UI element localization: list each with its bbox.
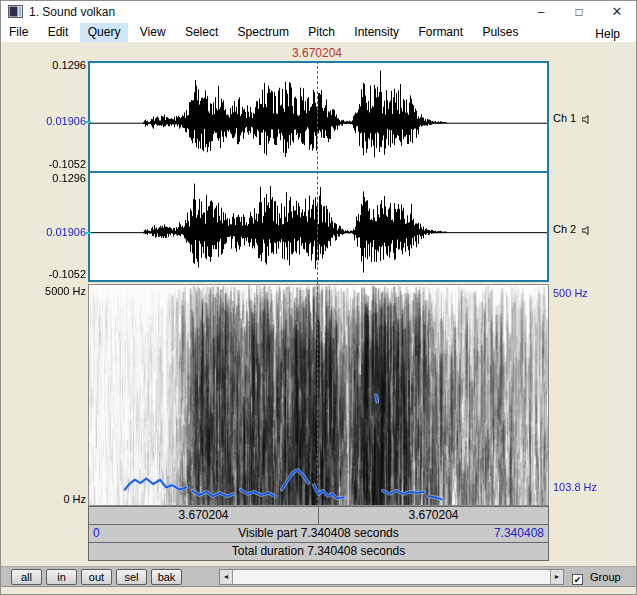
zoom-back-button[interactable]: bak xyxy=(151,569,182,585)
bottom-toolbar: all in out sel bak ◄ ► ✔ Group xyxy=(1,566,637,587)
waveform-group xyxy=(88,61,549,282)
scroll-right-icon[interactable]: ► xyxy=(550,570,563,584)
spectrogram-max-freq: 5000 Hz xyxy=(4,285,86,297)
menu-edit[interactable]: Edit xyxy=(40,23,77,42)
waveform-channel-2[interactable] xyxy=(90,173,547,280)
horizontal-scrollbar[interactable]: ◄ ► xyxy=(219,569,564,585)
speaker-icon xyxy=(582,115,591,124)
channel-2-label[interactable]: Ch 2 xyxy=(553,223,591,235)
pitch-contour xyxy=(89,285,548,505)
scrollbar-thumb[interactable] xyxy=(233,570,550,584)
selection-bar-left[interactable]: 3.670204 xyxy=(88,506,319,525)
pitch-cursor-freq: 103.8 Hz xyxy=(553,481,597,493)
cursor-time-label: 3.670204 xyxy=(277,46,357,60)
minimize-button[interactable]: – xyxy=(522,1,560,23)
ch1-amp-max: 0.1296 xyxy=(4,59,86,71)
menu-intensity[interactable]: Intensity xyxy=(346,23,407,42)
group-checkbox-container[interactable]: ✔ Group xyxy=(572,571,621,585)
menu-pulses[interactable]: Pulses xyxy=(474,23,526,42)
ch1-cursor-level-tick xyxy=(85,121,91,123)
zoom-sel-button[interactable]: sel xyxy=(116,569,147,585)
visible-end-time: 7.340408 xyxy=(494,525,544,542)
zoom-all-button[interactable]: all xyxy=(11,569,42,585)
pitch-max-freq: 500 Hz xyxy=(553,287,588,299)
channel-1-label[interactable]: Ch 1 xyxy=(553,112,591,124)
ch2-amp-cursor: 0.01906 xyxy=(4,226,86,238)
channel-1-text: Ch 1 xyxy=(553,112,576,124)
ch2-amp-max: 0.1296 xyxy=(4,172,86,184)
visible-part-label: Visible part 7.340408 seconds xyxy=(238,526,399,540)
waveform-channel-1[interactable] xyxy=(90,63,547,171)
spectrogram-panel xyxy=(88,284,549,506)
menu-spectrum[interactable]: Spectrum xyxy=(230,23,297,42)
editor-area: 3.670204 0.1296 0.01906 -0.1052 0.1296 0… xyxy=(1,42,637,595)
visible-start-time: 0 xyxy=(93,525,100,542)
close-button[interactable]: ✕ xyxy=(598,1,636,23)
praat-sound-editor-window: 1. Sound volkan – □ ✕ File Edit Query Vi… xyxy=(0,0,637,595)
title-bar: 1. Sound volkan – □ ✕ xyxy=(1,1,636,23)
menu-select[interactable]: Select xyxy=(177,23,226,42)
group-checkbox[interactable]: ✔ xyxy=(572,574,583,585)
scroll-left-icon[interactable]: ◄ xyxy=(220,570,233,584)
maximize-button[interactable]: □ xyxy=(560,1,598,23)
menu-formant[interactable]: Formant xyxy=(410,23,471,42)
ch2-amp-min: -0.1052 xyxy=(4,268,86,280)
channel-2-text: Ch 2 xyxy=(553,223,576,235)
ch1-amp-min: -0.1052 xyxy=(4,158,86,170)
zoom-in-button[interactable]: in xyxy=(46,569,77,585)
visible-part-bar[interactable]: 0 Visible part 7.340408 seconds 7.340408 xyxy=(88,524,549,543)
zoom-out-button[interactable]: out xyxy=(81,569,112,585)
total-duration-label: Total duration 7.340408 seconds xyxy=(232,544,405,558)
selection-bar-right[interactable]: 3.670204 xyxy=(318,506,549,525)
spectrogram-min-freq: 0 Hz xyxy=(4,493,86,505)
menu-bar: File Edit Query View Select Spectrum Pit… xyxy=(1,23,636,42)
speaker-icon xyxy=(582,226,591,235)
total-duration-bar[interactable]: Total duration 7.340408 seconds xyxy=(88,542,549,561)
menu-view[interactable]: View xyxy=(132,23,174,42)
group-label: Group xyxy=(590,571,621,583)
app-icon xyxy=(8,5,23,18)
time-cursor-line[interactable] xyxy=(317,61,318,506)
ch1-amp-cursor: 0.01906 xyxy=(4,115,86,127)
ch2-cursor-level-tick xyxy=(85,232,91,234)
menu-query[interactable]: Query xyxy=(80,23,129,42)
menu-pitch[interactable]: Pitch xyxy=(300,23,343,42)
window-title: 1. Sound volkan xyxy=(29,5,115,19)
menu-file[interactable]: File xyxy=(1,23,36,42)
